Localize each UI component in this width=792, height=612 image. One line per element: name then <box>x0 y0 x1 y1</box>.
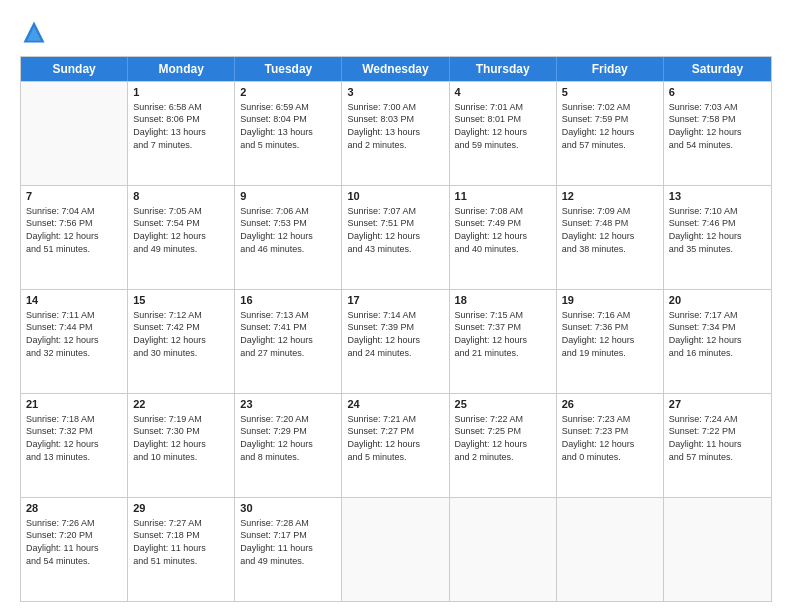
page: SundayMondayTuesdayWednesdayThursdayFrid… <box>0 0 792 612</box>
cell-info: Sunrise: 7:12 AM Sunset: 7:42 PM Dayligh… <box>133 309 229 359</box>
day-number: 2 <box>240 85 336 100</box>
cell-info: Sunrise: 7:02 AM Sunset: 7:59 PM Dayligh… <box>562 101 658 151</box>
day-number: 19 <box>562 293 658 308</box>
logo <box>20 18 52 46</box>
day-number: 28 <box>26 501 122 516</box>
calendar-cell-r2c3: 9Sunrise: 7:06 AM Sunset: 7:53 PM Daylig… <box>235 186 342 289</box>
calendar-cell-r5c1: 28Sunrise: 7:26 AM Sunset: 7:20 PM Dayli… <box>21 498 128 601</box>
cell-info: Sunrise: 7:03 AM Sunset: 7:58 PM Dayligh… <box>669 101 766 151</box>
day-number: 20 <box>669 293 766 308</box>
day-number: 29 <box>133 501 229 516</box>
calendar-row-3: 14Sunrise: 7:11 AM Sunset: 7:44 PM Dayli… <box>21 289 771 393</box>
calendar-cell-r4c7: 27Sunrise: 7:24 AM Sunset: 7:22 PM Dayli… <box>664 394 771 497</box>
calendar-row-1: 1Sunrise: 6:58 AM Sunset: 8:06 PM Daylig… <box>21 81 771 185</box>
weekday-header-saturday: Saturday <box>664 57 771 81</box>
day-number: 7 <box>26 189 122 204</box>
day-number: 14 <box>26 293 122 308</box>
calendar-cell-r5c4 <box>342 498 449 601</box>
day-number: 17 <box>347 293 443 308</box>
cell-info: Sunrise: 7:27 AM Sunset: 7:18 PM Dayligh… <box>133 517 229 567</box>
calendar-cell-r3c3: 16Sunrise: 7:13 AM Sunset: 7:41 PM Dayli… <box>235 290 342 393</box>
calendar-cell-r5c5 <box>450 498 557 601</box>
cell-info: Sunrise: 7:22 AM Sunset: 7:25 PM Dayligh… <box>455 413 551 463</box>
day-number: 8 <box>133 189 229 204</box>
cell-info: Sunrise: 7:06 AM Sunset: 7:53 PM Dayligh… <box>240 205 336 255</box>
calendar-row-5: 28Sunrise: 7:26 AM Sunset: 7:20 PM Dayli… <box>21 497 771 601</box>
day-number: 26 <box>562 397 658 412</box>
cell-info: Sunrise: 7:23 AM Sunset: 7:23 PM Dayligh… <box>562 413 658 463</box>
weekday-header-friday: Friday <box>557 57 664 81</box>
day-number: 1 <box>133 85 229 100</box>
calendar-cell-r4c2: 22Sunrise: 7:19 AM Sunset: 7:30 PM Dayli… <box>128 394 235 497</box>
day-number: 5 <box>562 85 658 100</box>
day-number: 16 <box>240 293 336 308</box>
day-number: 9 <box>240 189 336 204</box>
calendar-cell-r4c4: 24Sunrise: 7:21 AM Sunset: 7:27 PM Dayli… <box>342 394 449 497</box>
calendar-header: SundayMondayTuesdayWednesdayThursdayFrid… <box>21 57 771 81</box>
logo-icon <box>20 18 48 46</box>
calendar-cell-r2c6: 12Sunrise: 7:09 AM Sunset: 7:48 PM Dayli… <box>557 186 664 289</box>
day-number: 13 <box>669 189 766 204</box>
day-number: 3 <box>347 85 443 100</box>
calendar-cell-r3c2: 15Sunrise: 7:12 AM Sunset: 7:42 PM Dayli… <box>128 290 235 393</box>
day-number: 15 <box>133 293 229 308</box>
cell-info: Sunrise: 7:00 AM Sunset: 8:03 PM Dayligh… <box>347 101 443 151</box>
day-number: 25 <box>455 397 551 412</box>
cell-info: Sunrise: 7:24 AM Sunset: 7:22 PM Dayligh… <box>669 413 766 463</box>
cell-info: Sunrise: 7:20 AM Sunset: 7:29 PM Dayligh… <box>240 413 336 463</box>
weekday-header-thursday: Thursday <box>450 57 557 81</box>
calendar-body: 1Sunrise: 6:58 AM Sunset: 8:06 PM Daylig… <box>21 81 771 601</box>
calendar-cell-r5c7 <box>664 498 771 601</box>
cell-info: Sunrise: 7:21 AM Sunset: 7:27 PM Dayligh… <box>347 413 443 463</box>
cell-info: Sunrise: 7:07 AM Sunset: 7:51 PM Dayligh… <box>347 205 443 255</box>
calendar-cell-r1c5: 4Sunrise: 7:01 AM Sunset: 8:01 PM Daylig… <box>450 82 557 185</box>
day-number: 6 <box>669 85 766 100</box>
weekday-header-sunday: Sunday <box>21 57 128 81</box>
cell-info: Sunrise: 7:14 AM Sunset: 7:39 PM Dayligh… <box>347 309 443 359</box>
cell-info: Sunrise: 7:16 AM Sunset: 7:36 PM Dayligh… <box>562 309 658 359</box>
cell-info: Sunrise: 7:04 AM Sunset: 7:56 PM Dayligh… <box>26 205 122 255</box>
cell-info: Sunrise: 7:01 AM Sunset: 8:01 PM Dayligh… <box>455 101 551 151</box>
calendar-cell-r1c7: 6Sunrise: 7:03 AM Sunset: 7:58 PM Daylig… <box>664 82 771 185</box>
day-number: 4 <box>455 85 551 100</box>
weekday-header-wednesday: Wednesday <box>342 57 449 81</box>
calendar-cell-r4c3: 23Sunrise: 7:20 AM Sunset: 7:29 PM Dayli… <box>235 394 342 497</box>
calendar-cell-r1c6: 5Sunrise: 7:02 AM Sunset: 7:59 PM Daylig… <box>557 82 664 185</box>
calendar-row-4: 21Sunrise: 7:18 AM Sunset: 7:32 PM Dayli… <box>21 393 771 497</box>
cell-info: Sunrise: 7:19 AM Sunset: 7:30 PM Dayligh… <box>133 413 229 463</box>
calendar-cell-r2c5: 11Sunrise: 7:08 AM Sunset: 7:49 PM Dayli… <box>450 186 557 289</box>
calendar-cell-r5c3: 30Sunrise: 7:28 AM Sunset: 7:17 PM Dayli… <box>235 498 342 601</box>
day-number: 18 <box>455 293 551 308</box>
calendar-cell-r3c1: 14Sunrise: 7:11 AM Sunset: 7:44 PM Dayli… <box>21 290 128 393</box>
cell-info: Sunrise: 7:09 AM Sunset: 7:48 PM Dayligh… <box>562 205 658 255</box>
calendar-cell-r2c2: 8Sunrise: 7:05 AM Sunset: 7:54 PM Daylig… <box>128 186 235 289</box>
calendar-cell-r2c1: 7Sunrise: 7:04 AM Sunset: 7:56 PM Daylig… <box>21 186 128 289</box>
calendar-cell-r2c4: 10Sunrise: 7:07 AM Sunset: 7:51 PM Dayli… <box>342 186 449 289</box>
calendar-cell-r5c2: 29Sunrise: 7:27 AM Sunset: 7:18 PM Dayli… <box>128 498 235 601</box>
cell-info: Sunrise: 7:18 AM Sunset: 7:32 PM Dayligh… <box>26 413 122 463</box>
day-number: 10 <box>347 189 443 204</box>
cell-info: Sunrise: 7:10 AM Sunset: 7:46 PM Dayligh… <box>669 205 766 255</box>
calendar-cell-r4c1: 21Sunrise: 7:18 AM Sunset: 7:32 PM Dayli… <box>21 394 128 497</box>
calendar-cell-r3c7: 20Sunrise: 7:17 AM Sunset: 7:34 PM Dayli… <box>664 290 771 393</box>
calendar-cell-r3c6: 19Sunrise: 7:16 AM Sunset: 7:36 PM Dayli… <box>557 290 664 393</box>
cell-info: Sunrise: 7:17 AM Sunset: 7:34 PM Dayligh… <box>669 309 766 359</box>
cell-info: Sunrise: 6:59 AM Sunset: 8:04 PM Dayligh… <box>240 101 336 151</box>
cell-info: Sunrise: 7:05 AM Sunset: 7:54 PM Dayligh… <box>133 205 229 255</box>
cell-info: Sunrise: 7:11 AM Sunset: 7:44 PM Dayligh… <box>26 309 122 359</box>
calendar: SundayMondayTuesdayWednesdayThursdayFrid… <box>20 56 772 602</box>
day-number: 11 <box>455 189 551 204</box>
calendar-cell-r1c3: 2Sunrise: 6:59 AM Sunset: 8:04 PM Daylig… <box>235 82 342 185</box>
day-number: 30 <box>240 501 336 516</box>
cell-info: Sunrise: 7:28 AM Sunset: 7:17 PM Dayligh… <box>240 517 336 567</box>
cell-info: Sunrise: 7:15 AM Sunset: 7:37 PM Dayligh… <box>455 309 551 359</box>
day-number: 12 <box>562 189 658 204</box>
calendar-cell-r5c6 <box>557 498 664 601</box>
calendar-cell-r4c5: 25Sunrise: 7:22 AM Sunset: 7:25 PM Dayli… <box>450 394 557 497</box>
calendar-cell-r1c1 <box>21 82 128 185</box>
day-number: 27 <box>669 397 766 412</box>
cell-info: Sunrise: 7:08 AM Sunset: 7:49 PM Dayligh… <box>455 205 551 255</box>
cell-info: Sunrise: 7:13 AM Sunset: 7:41 PM Dayligh… <box>240 309 336 359</box>
calendar-cell-r3c4: 17Sunrise: 7:14 AM Sunset: 7:39 PM Dayli… <box>342 290 449 393</box>
calendar-cell-r1c2: 1Sunrise: 6:58 AM Sunset: 8:06 PM Daylig… <box>128 82 235 185</box>
